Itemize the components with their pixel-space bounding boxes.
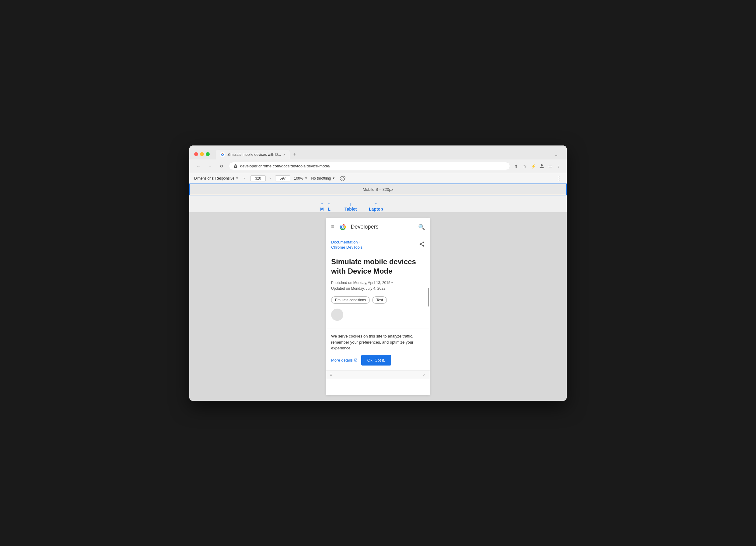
tab-favicon xyxy=(220,152,225,157)
breadcrumb-devtools[interactable]: Chrome DevTools xyxy=(331,245,362,250)
tag-test[interactable]: Test xyxy=(372,296,387,304)
tag-emulate[interactable]: Emulate conditions xyxy=(331,296,370,304)
profile-icon-nav[interactable] xyxy=(539,163,545,169)
traffic-lights xyxy=(194,152,210,156)
external-link-icon xyxy=(354,358,358,362)
dimensions-dropdown[interactable]: Dimensions: Responsive ▼ xyxy=(194,176,239,180)
responsive-label: Mobile S – 320px xyxy=(363,187,393,192)
separator-1: × xyxy=(243,176,246,180)
back-button[interactable]: ← xyxy=(194,162,203,170)
menu-icon[interactable]: ⋮ xyxy=(556,163,562,169)
bookmark-icon[interactable]: ☆ xyxy=(522,163,528,169)
title-bar: Simulate mobile devices with D... × + ⌄ xyxy=(189,145,567,159)
arrow-laptop: ↑ xyxy=(375,201,377,207)
devtools-more-button[interactable]: ⋮ xyxy=(556,175,562,182)
height-input[interactable] xyxy=(275,175,290,181)
active-tab[interactable]: Simulate mobile devices with D... × xyxy=(216,150,290,159)
share-nav-icon[interactable]: ⬆ xyxy=(513,163,519,169)
bottom-handle: ≡ ⟋ xyxy=(326,370,430,379)
breakpoint-m: ↑ M xyxy=(320,201,324,212)
new-tab-button[interactable]: + xyxy=(290,149,300,159)
article-title: Simulate mobile devices with Device Mode xyxy=(331,257,425,276)
page-header: ≡ xyxy=(326,218,430,236)
label-tablet: Tablet xyxy=(345,207,357,212)
breakpoint-l: ↑ L xyxy=(328,201,331,212)
author-avatar xyxy=(331,309,343,321)
breadcrumb-area: Documentation › Chrome DevTools xyxy=(326,236,430,252)
more-details-link[interactable]: More details xyxy=(331,358,358,362)
breakpoint-tablet: ↑ Tablet xyxy=(345,201,357,212)
hamburger-icon[interactable]: ≡ xyxy=(331,224,334,230)
throttle-dropdown[interactable]: No throttling ▼ xyxy=(311,176,335,180)
site-name: Developers xyxy=(351,224,379,230)
article-tags: Emulate conditions Test xyxy=(331,296,425,304)
lock-icon xyxy=(233,164,238,168)
refresh-button[interactable]: ↻ xyxy=(217,162,226,170)
ok-got-it-button[interactable]: Ok, Got it. xyxy=(361,355,391,366)
breakpoints-area: ↑ M ↑ L ↑ Tablet ↑ Laptop xyxy=(189,195,567,212)
nav-bar: ← → ↻ developer.chrome.com/docs/devtools… xyxy=(189,159,567,173)
cookie-text: We serve cookies on this site to analyze… xyxy=(331,333,425,351)
throttle-label: No throttling xyxy=(311,176,331,180)
drag-handle-icon: ≡ xyxy=(330,373,332,377)
devtools-toolbar: Dimensions: Responsive ▼ × × 100% ▼ No t… xyxy=(189,173,567,184)
cookie-actions: More details Ok, Got it. xyxy=(331,355,425,366)
rotate-icon[interactable] xyxy=(340,176,345,181)
minimize-button[interactable] xyxy=(200,152,204,156)
svg-point-2 xyxy=(222,154,223,155)
breadcrumb-documentation[interactable]: Documentation › xyxy=(331,240,362,244)
label-laptop: Laptop xyxy=(369,207,383,212)
extension-icon[interactable]: ⚡ xyxy=(530,163,536,169)
address-bar[interactable]: developer.chrome.com/docs/devtools/devic… xyxy=(229,162,510,170)
device-mode-icon[interactable]: ▭ xyxy=(547,163,553,169)
zoom-dropdown[interactable]: 100% ▼ xyxy=(294,176,308,180)
zoom-label: 100% xyxy=(294,176,303,180)
width-input[interactable] xyxy=(250,175,266,181)
arrow-m: ↑ xyxy=(320,201,323,207)
breadcrumb-links: Documentation › Chrome DevTools xyxy=(331,240,362,250)
tab-menu-button[interactable]: ⌄ xyxy=(551,150,562,159)
article-dates: Published on Monday, April 13, 2015 • Up… xyxy=(331,280,425,292)
cross-separator: × xyxy=(269,176,271,180)
label-m: M xyxy=(320,207,324,212)
responsive-bar: Mobile S – 320px xyxy=(189,184,567,195)
article-content: Simulate mobile devices with Device Mode… xyxy=(326,252,430,328)
svg-point-6 xyxy=(342,226,344,228)
dimensions-label: Dimensions: Responsive xyxy=(194,176,234,180)
tab-close-button[interactable]: × xyxy=(283,153,285,156)
close-button[interactable] xyxy=(194,152,198,156)
forward-button[interactable]: → xyxy=(206,162,214,170)
tabs-bar: Simulate mobile devices with D... × + ⌄ xyxy=(216,149,562,159)
main-area: ≡ xyxy=(189,212,567,401)
published-date: Published on Monday, April 13, 2015 • xyxy=(331,280,425,286)
chrome-logo xyxy=(338,222,347,232)
share-icon[interactable] xyxy=(419,241,425,248)
tab-title: Simulate mobile devices with D... xyxy=(227,152,281,157)
arrow-tablet: ↑ xyxy=(349,201,352,207)
updated-date: Updated on Monday, July 4, 2022 xyxy=(331,286,425,292)
cookie-banner: We serve cookies on this site to analyze… xyxy=(326,328,430,370)
breakpoint-laptop: ↑ Laptop xyxy=(369,201,383,212)
search-icon[interactable]: 🔍 xyxy=(418,224,425,230)
mobile-preview: ≡ xyxy=(326,218,430,395)
nav-icons-right: ⬆ ☆ ⚡ ▭ ⋮ xyxy=(513,163,562,169)
scroll-bar[interactable] xyxy=(428,288,429,306)
browser-window: Simulate mobile devices with D... × + ⌄ … xyxy=(189,145,567,401)
arrow-l: ↑ xyxy=(328,201,331,207)
header-left: ≡ xyxy=(331,222,379,232)
address-text: developer.chrome.com/docs/devtools/devic… xyxy=(240,164,506,168)
resize-handle-icon[interactable]: ⟋ xyxy=(422,373,426,377)
label-l: L xyxy=(328,207,331,212)
maximize-button[interactable] xyxy=(206,152,210,156)
